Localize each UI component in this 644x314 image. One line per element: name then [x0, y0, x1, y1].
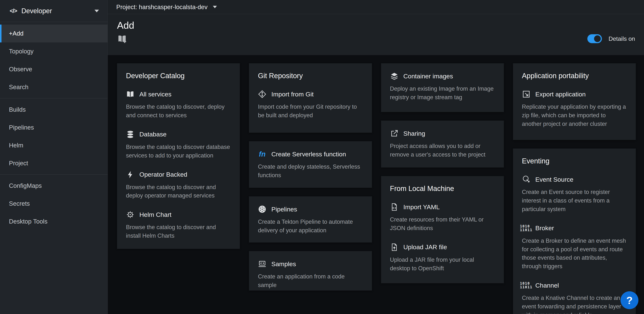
- card-from-local-machine[interactable]: From Local MachineImport YAMLCreate reso…: [381, 176, 504, 283]
- card-item-all-services: All servicesBrowse the catalog to discov…: [126, 90, 231, 120]
- item-name: Event Source: [535, 176, 574, 183]
- card-title: From Local Machine: [390, 185, 495, 193]
- sidebar-item-topology[interactable]: Topology: [0, 42, 108, 60]
- item-link-import-yaml[interactable]: Import YAML: [390, 203, 495, 211]
- card-item-pipelines: PipelinesCreate a Tekton Pipeline to aut…: [258, 205, 363, 235]
- sidebar-group-divider: [0, 174, 108, 175]
- file-code-icon: [390, 203, 398, 211]
- project-selector[interactable]: Project: harshcasper-localsta-dev: [108, 0, 644, 14]
- item-name: Create Serverless function: [271, 151, 346, 158]
- add-page-cards: Developer CatalogAll servicesBrowse the …: [108, 55, 644, 314]
- item-name: Channel: [535, 282, 559, 289]
- item-link-samples[interactable]: Samples: [258, 260, 363, 268]
- item-link-database[interactable]: Database: [126, 130, 231, 139]
- card-eventing[interactable]: EventingEvent SourceCreate an Event sour…: [513, 149, 636, 314]
- card-column-2: Git RepositoryImport from GitImport code…: [249, 63, 372, 314]
- card-item-samples: SamplesCreate an application from a code…: [258, 260, 363, 290]
- item-name: Broker: [535, 225, 554, 232]
- layers-icon: [390, 72, 398, 80]
- sidebar-item-label: Secrets: [9, 200, 30, 207]
- card-item-export-application: Export applicationReplicate your applica…: [522, 90, 627, 128]
- sidebar-item-label: Desktop Tools: [9, 218, 48, 225]
- details-toggle-label: Details on: [608, 35, 635, 42]
- perspective-switcher[interactable]: </> Developer: [0, 0, 108, 22]
- item-link-upload-jar-file[interactable]: Upload JAR file: [390, 243, 495, 252]
- help-button[interactable]: ?: [620, 291, 638, 309]
- git-icon: [258, 90, 266, 98]
- sidebar-item-label: +Add: [9, 30, 24, 37]
- item-name: Container images: [404, 73, 453, 80]
- sidebar-item-helm[interactable]: Helm: [0, 136, 108, 154]
- card-samples[interactable]: SamplesCreate an application from a code…: [249, 251, 372, 291]
- item-link-export-application[interactable]: Export application: [522, 90, 627, 98]
- item-description: Create a Broker to define an event mesh …: [522, 237, 627, 271]
- sidebar-item-search[interactable]: Search: [0, 78, 108, 96]
- item-link-event-source[interactable]: Event Source: [522, 175, 627, 184]
- item-description: Deploy an existing Image from an Image r…: [390, 84, 495, 102]
- card-git-repository[interactable]: Git RepositoryImport from GitImport code…: [249, 63, 372, 133]
- sidebar-item-desktop-tools[interactable]: Desktop Tools: [0, 213, 108, 230]
- sidebar-item-secrets[interactable]: Secrets: [0, 195, 108, 213]
- card-container-images[interactable]: Container imagesDeploy an existing Image…: [381, 63, 504, 112]
- card-item-upload-jar-file: Upload JAR fileUpload a JAR file from yo…: [390, 243, 495, 273]
- page-title: Add: [117, 20, 635, 31]
- item-description: Upload a JAR file from your local deskto…: [390, 256, 495, 273]
- card-title: Developer Catalog: [126, 72, 231, 80]
- sidebar-item-builds[interactable]: Builds: [0, 101, 108, 119]
- card-sharing[interactable]: SharingProject access allows you to add …: [381, 121, 504, 168]
- sidebar-item-label: Observe: [9, 66, 32, 73]
- sidebar-item-configmaps[interactable]: ConfigMaps: [0, 177, 108, 195]
- item-name: Upload JAR file: [404, 244, 447, 251]
- item-name: Database: [140, 131, 166, 138]
- item-link-pipelines[interactable]: Pipelines: [258, 205, 363, 214]
- sidebar: </> Developer +AddTopologyObserveSearchB…: [0, 0, 108, 314]
- item-link-sharing[interactable]: Sharing: [390, 129, 495, 138]
- item-name: Operator Backed: [140, 171, 187, 178]
- helm-icon: [126, 210, 134, 219]
- item-link-container-images[interactable]: Container images: [390, 72, 495, 80]
- sidebar-item-pipelines[interactable]: Pipelines: [0, 119, 108, 136]
- item-link-helm-chart[interactable]: Helm Chart: [126, 210, 231, 219]
- binary-icon: 1010 11011: [522, 281, 530, 290]
- sidebar-item-label: Topology: [9, 48, 34, 55]
- share-icon: [390, 129, 398, 138]
- card-title: Application portability: [522, 72, 627, 80]
- book-icon: [126, 90, 134, 98]
- item-link-channel[interactable]: 1010 11011Channel: [522, 281, 627, 290]
- item-link-all-services[interactable]: All services: [126, 90, 231, 98]
- card-application-portability[interactable]: Application portabilityExport applicatio…: [513, 63, 636, 140]
- card-developer-catalog[interactable]: Developer CatalogAll servicesBrowse the …: [117, 63, 240, 249]
- card-create-serverless-function[interactable]: fnCreate Serverless functionCreate and d…: [249, 141, 372, 188]
- item-description: Create resources from their YAML or JSON…: [390, 215, 495, 233]
- item-link-import-from-git[interactable]: Import from Git: [258, 90, 363, 98]
- tekton-icon: [258, 205, 266, 214]
- sidebar-item-label: Search: [9, 84, 28, 91]
- page-header: Add Details on: [108, 14, 644, 55]
- sidebar-item-label: Builds: [9, 106, 26, 113]
- sidebar-item-add[interactable]: +Add: [0, 24, 108, 42]
- card-column-4: Application portabilityExport applicatio…: [513, 63, 636, 314]
- toggle-knob: [594, 35, 601, 42]
- item-name: Samples: [271, 260, 296, 268]
- caret-down-icon: [213, 6, 217, 8]
- card-item-event-source: Event SourceCreate an Event source to re…: [522, 175, 627, 214]
- item-link-operator-backed[interactable]: Operator Backed: [126, 170, 231, 179]
- details-switch-group: Details on: [587, 34, 635, 43]
- catalog-book-plus-icon[interactable]: [117, 34, 127, 43]
- sidebar-item-label: Project: [9, 160, 28, 167]
- item-link-broker[interactable]: 1010 11011Broker: [522, 224, 627, 233]
- item-description: Create a Tekton Pipeline to automate del…: [258, 218, 363, 235]
- database-icon: [126, 130, 134, 139]
- item-link-create-serverless-function[interactable]: fnCreate Serverless function: [258, 150, 363, 158]
- sidebar-item-label: ConfigMaps: [9, 182, 42, 189]
- project-selector-label: Project: harshcasper-localsta-dev: [116, 3, 208, 10]
- export-icon: [522, 90, 530, 98]
- card-item-database: DatabaseBrowse the catalog to discover d…: [126, 130, 231, 160]
- item-description: Browse the catalog to discover database …: [126, 143, 231, 160]
- card-item-import-yaml: Import YAMLCreate resources from their Y…: [390, 203, 495, 233]
- card-pipelines[interactable]: PipelinesCreate a Tekton Pipeline to aut…: [249, 196, 372, 243]
- samples-icon: [258, 260, 266, 268]
- sidebar-item-project[interactable]: Project: [0, 154, 108, 172]
- sidebar-item-observe[interactable]: Observe: [0, 60, 108, 78]
- details-toggle[interactable]: [587, 34, 602, 43]
